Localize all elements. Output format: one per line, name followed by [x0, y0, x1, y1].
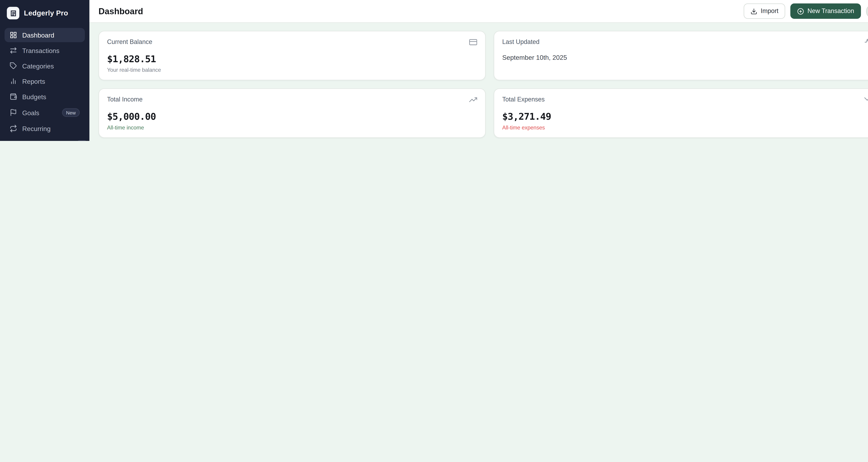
sidebar-nav: Dashboard Transactions Categories Report… — [0, 27, 89, 141]
sidebar-item-dashboard[interactable]: Dashboard — [4, 28, 85, 42]
total-income-value: $5,000.00 — [107, 111, 477, 122]
current-balance-card: Current Balance $1,828.51 Your real-time… — [98, 31, 486, 80]
sidebar-item-receipt-scanner[interactable]: Receipt Scanner AI — [4, 137, 85, 141]
topbar-actions: Import New Transaction C — [744, 4, 868, 19]
topbar: Dashboard Import New Transaction C — [89, 0, 868, 23]
sidebar-item-categories[interactable]: Categories — [4, 59, 85, 73]
sidebar-item-budgets[interactable]: Budgets — [4, 89, 85, 104]
stat-label: Current Balance — [107, 38, 152, 45]
sidebar: Ledgerly Pro Dashboard Transactions Cate… — [0, 0, 89, 141]
sidebar-item-recurring[interactable]: Recurring — [4, 121, 85, 136]
ledger-icon — [7, 7, 19, 19]
swap-arrows-icon — [10, 47, 17, 54]
total-expenses-card: Total Expenses $3,271.49 All-time expens… — [494, 88, 868, 138]
download-icon — [750, 8, 757, 15]
app-name: Ledgerly Pro — [24, 9, 68, 17]
credit-card-icon — [469, 38, 477, 49]
main-pane: Dashboard Import New Transaction C Curre… — [89, 0, 868, 141]
bar-chart-icon — [10, 78, 17, 85]
total-income-card: Total Income $5,000.00 All-time income — [98, 88, 486, 138]
new-badge: New — [62, 108, 80, 117]
total-expenses-value: $3,271.49 — [502, 111, 868, 122]
wallet-icon — [10, 93, 17, 100]
trending-up-icon — [469, 96, 477, 106]
dashboard-content: Current Balance $1,828.51 Your real-time… — [89, 23, 868, 141]
stat-label: Total Income — [107, 96, 143, 103]
avatar[interactable]: C — [866, 4, 868, 19]
stat-caption: Your real-time balance — [107, 67, 477, 73]
app-window: Ledgerly Pro Dashboard Transactions Cate… — [0, 0, 868, 141]
trending-down-icon — [864, 96, 868, 106]
tag-icon — [10, 62, 17, 70]
last-updated-value: September 10th, 2025 — [502, 54, 868, 61]
stat-caption: All-time income — [107, 124, 477, 131]
brand: Ledgerly Pro — [0, 0, 89, 27]
last-updated-card: Last Updated September 10th, 2025 — [494, 31, 868, 80]
grid-icon — [10, 31, 17, 39]
page-title: Dashboard — [98, 6, 143, 16]
sidebar-item-goals[interactable]: Goals New — [4, 105, 85, 120]
stat-label: Last Updated — [502, 38, 539, 45]
import-button[interactable]: Import — [744, 4, 785, 19]
stat-caption: All-time expenses — [502, 124, 868, 131]
repeat-icon — [10, 125, 17, 133]
sidebar-item-reports[interactable]: Reports — [4, 74, 85, 88]
plus-circle-icon — [797, 8, 804, 15]
flag-icon — [10, 109, 17, 116]
activity-icon — [864, 38, 868, 49]
ai-badge: AI — [76, 140, 88, 141]
stat-label: Total Expenses — [502, 96, 545, 103]
current-balance-value: $1,828.51 — [107, 54, 477, 64]
sidebar-item-transactions[interactable]: Transactions — [4, 43, 85, 58]
new-transaction-button[interactable]: New Transaction — [790, 4, 861, 19]
